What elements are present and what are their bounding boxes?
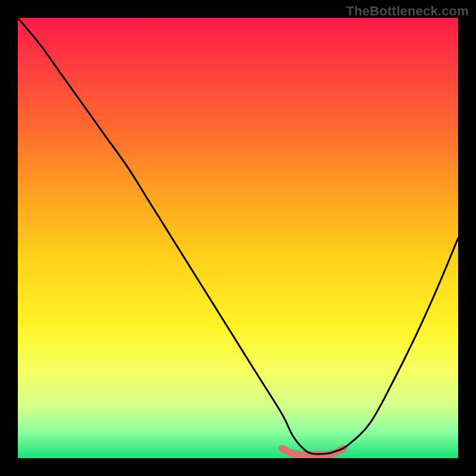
plot-area [18,18,458,458]
chart-stage: TheBottleneck.com [0,0,476,476]
gradient-background [18,18,458,458]
bottleneck-chart [18,18,458,458]
attribution-text: TheBottleneck.com [346,4,469,19]
